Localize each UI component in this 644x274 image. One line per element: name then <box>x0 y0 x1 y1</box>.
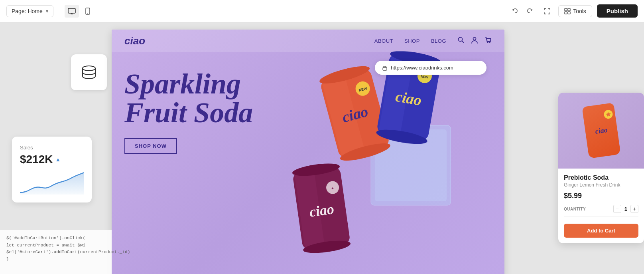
redo-icon <box>526 8 533 14</box>
svg-point-14 <box>489 42 490 43</box>
product-price: $5.99 <box>564 192 638 200</box>
sales-chart <box>20 171 84 195</box>
nav-search-icon[interactable] <box>457 36 465 46</box>
publish-button[interactable]: Publish <box>597 4 638 18</box>
url-bar: https://www.ciaodrinks.com <box>375 61 486 75</box>
sales-label: Sales <box>20 145 84 151</box>
url-text: https://www.ciaodrinks.com <box>391 65 453 71</box>
tools-icon <box>564 8 571 14</box>
add-to-cart-label: Add to Cart <box>587 228 615 234</box>
code-panel: $('#addToCartButton').onClick( let curre… <box>0 230 112 274</box>
sales-trend: ▲ <box>55 156 61 163</box>
svg-rect-5 <box>565 8 567 11</box>
hero-title: Sparkling Fruit Soda <box>124 69 253 127</box>
sales-amount: $212K ▲ <box>20 153 84 166</box>
sales-value: $212K <box>20 153 53 166</box>
redo-button[interactable] <box>523 5 536 18</box>
svg-point-4 <box>87 13 88 14</box>
site-nav-icons <box>457 36 492 46</box>
cans-area: ciao NEW ciao NEW <box>251 46 504 274</box>
main-area: Sales $212K ▲ ciao <box>0 22 644 274</box>
tools-button[interactable]: Tools <box>558 5 592 17</box>
svg-point-9 <box>83 66 95 71</box>
nav-link-about[interactable]: ABOUT <box>374 38 393 44</box>
nav-link-blog[interactable]: BLOG <box>431 38 446 44</box>
svg-rect-7 <box>565 12 567 14</box>
quantity-label: QUANTITY <box>564 207 586 211</box>
svg-marker-39 <box>605 111 611 117</box>
add-to-cart-button[interactable]: Add to Cart <box>564 224 638 238</box>
expand-button[interactable] <box>541 5 553 18</box>
database-icon <box>81 65 97 79</box>
sales-widget: Sales $212K ▲ <box>12 137 92 203</box>
desktop-icon <box>68 8 76 14</box>
svg-point-12 <box>473 37 476 40</box>
top-bar-right: Tools Publish <box>509 4 638 18</box>
product-info: Prebiotic Soda Ginger Lemon Fresh Drink … <box>558 169 644 243</box>
tools-label: Tools <box>573 8 586 14</box>
site-logo: ciao <box>124 35 145 47</box>
nav-user-icon[interactable] <box>471 36 478 46</box>
quantity-value: 1 <box>624 206 627 212</box>
lock-icon <box>382 65 388 71</box>
quantity-increase-button[interactable]: + <box>630 205 638 213</box>
device-toggle <box>65 5 95 18</box>
desktop-view-button[interactable] <box>65 5 79 18</box>
mobile-icon <box>85 8 90 15</box>
site-nav-links: ABOUT SHOP BLOG <box>374 36 492 46</box>
hero-content: Sparkling Fruit Soda SHOP NOW <box>124 69 253 154</box>
code-line-2: let currentProduct = await $wi <box>6 242 105 249</box>
nav-cart-icon[interactable] <box>484 36 492 46</box>
svg-text:ciao: ciao <box>308 201 335 220</box>
quantity-decrease-button[interactable]: − <box>613 205 621 213</box>
product-subtitle: Ginger Lemon Fresh Drink <box>564 182 638 188</box>
svg-text:✦: ✦ <box>331 187 334 191</box>
svg-point-13 <box>487 42 488 43</box>
undo-button[interactable] <box>509 5 522 18</box>
svg-rect-8 <box>568 12 570 14</box>
svg-rect-6 <box>568 8 570 11</box>
product-quantity: QUANTITY − 1 + <box>564 205 638 213</box>
hero-title-line2: Fruit Soda <box>124 97 253 129</box>
page-selector-label: Page: Home <box>12 8 43 14</box>
product-card-image: ciao <box>558 93 644 169</box>
code-line-4: } <box>6 256 105 263</box>
svg-rect-0 <box>68 8 75 13</box>
svg-rect-38 <box>383 68 387 70</box>
publish-label: Publish <box>607 8 628 14</box>
product-card: ciao Prebiotic Soda Ginger Lemon Fresh D… <box>558 93 644 243</box>
code-line-3: $el('#storeCart').addToCart(currentProdu… <box>6 249 105 256</box>
svg-line-11 <box>462 41 464 43</box>
expand-icon <box>544 8 551 15</box>
code-line-1: $('#addToCartButton').onClick( <box>6 235 105 242</box>
top-bar: Page: Home ▾ <box>0 0 644 22</box>
hero-title-line1: Sparkling <box>124 68 241 100</box>
nav-link-shop[interactable]: SHOP <box>404 38 420 44</box>
quantity-controls: − 1 + <box>613 205 638 213</box>
page-selector[interactable]: Page: Home ▾ <box>6 5 53 17</box>
mobile-view-button[interactable] <box>81 5 95 18</box>
product-name: Prebiotic Soda <box>564 174 638 181</box>
site-nav: ciao ABOUT SHOP BLOG <box>112 30 504 52</box>
undo-redo-group <box>509 5 536 18</box>
undo-icon <box>512 8 518 14</box>
shop-now-button[interactable]: SHOP NOW <box>124 138 177 154</box>
chevron-down-icon: ▾ <box>46 8 48 14</box>
db-widget[interactable] <box>71 54 107 90</box>
shop-now-label: SHOP NOW <box>135 143 167 149</box>
